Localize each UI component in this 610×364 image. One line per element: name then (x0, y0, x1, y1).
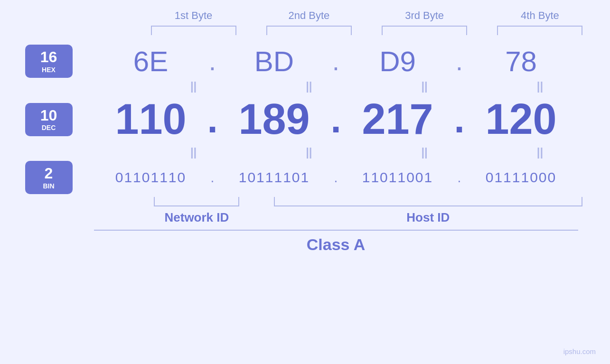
hex-byte3: D9 (343, 45, 452, 78)
hex-badge: 16 HEX (25, 45, 73, 78)
dec-dot1: . (206, 101, 220, 139)
hex-base-number: 16 (40, 49, 57, 65)
dec-byte3: 217 (343, 95, 452, 144)
bin-byte3: 11011001 (343, 169, 452, 186)
hex-dot3: . (452, 46, 467, 76)
eq2-byte2: || (258, 146, 360, 159)
dec-row: 10 DEC 110 . 189 . 217 . 120 (19, 95, 591, 144)
dec-byte2: 189 (220, 95, 329, 144)
dec-byte4: 120 (467, 95, 576, 144)
byte3-header: 3rd Byte (374, 9, 476, 22)
network-id-label: Network ID (164, 210, 229, 225)
byte2-header: 2nd Byte (258, 9, 360, 22)
dec-dot3: . (452, 101, 467, 139)
bin-byte4: 01111000 (467, 169, 576, 186)
bin-badge: 2 BIN (25, 161, 73, 194)
eq1-byte2: || (258, 80, 360, 93)
bin-byte2: 10111101 (220, 169, 329, 186)
eq1-byte1: || (142, 80, 244, 93)
bottom-brackets: Network ID Host ID (19, 197, 591, 225)
class-row: Class A (19, 230, 591, 254)
hex-row: 16 HEX 6E . BD . D9 . 78 (19, 45, 591, 78)
bin-dot3: . (452, 169, 467, 186)
class-label: Class A (307, 235, 365, 254)
eq2-byte1: || (142, 146, 244, 159)
network-id-section: Network ID (142, 197, 251, 225)
byte-headers: 1st Byte 2nd Byte 3rd Byte 4th Byte (19, 9, 591, 22)
dec-byte1: 110 (96, 95, 206, 144)
host-id-section: Host ID (265, 197, 591, 225)
network-id-bracket (154, 197, 239, 206)
eq1-byte3: || (374, 80, 476, 93)
top-brackets (19, 26, 591, 35)
dec-base-number: 10 (40, 107, 57, 124)
hex-byte4: 78 (467, 45, 576, 78)
dec-base-label: DEC (42, 124, 56, 131)
eq2-byte4: || (489, 146, 591, 159)
host-id-label: Host ID (406, 210, 450, 225)
hex-base-label: HEX (42, 66, 56, 74)
eq1-byte4: || (489, 80, 591, 93)
byte1-header: 1st Byte (142, 9, 244, 22)
equals-row-2: || || || || (19, 146, 591, 159)
bin-row: 2 BIN 01101110 . 10111101 . 11011001 . 0… (19, 161, 591, 194)
bin-base-label: BIN (43, 182, 54, 190)
bin-dot2: . (329, 169, 343, 186)
bin-base-number: 2 (45, 165, 53, 182)
eq2-byte3: || (374, 146, 476, 159)
dec-dot2: . (329, 101, 343, 139)
watermark: ipshu.com (563, 347, 596, 355)
hex-dot1: . (206, 46, 220, 76)
hex-byte2: BD (220, 45, 329, 78)
host-id-bracket (274, 197, 582, 206)
equals-row-1: || || || || (19, 80, 591, 93)
bin-byte1: 01101110 (96, 169, 206, 186)
main-container: 1st Byte 2nd Byte 3rd Byte 4th Byte 16 H… (0, 0, 610, 364)
hex-dot2: . (329, 46, 343, 76)
dec-badge: 10 DEC (25, 103, 73, 136)
class-line (94, 230, 578, 231)
hex-byte1: 6E (96, 45, 206, 78)
byte4-header: 4th Byte (489, 9, 591, 22)
bin-dot1: . (206, 169, 220, 186)
